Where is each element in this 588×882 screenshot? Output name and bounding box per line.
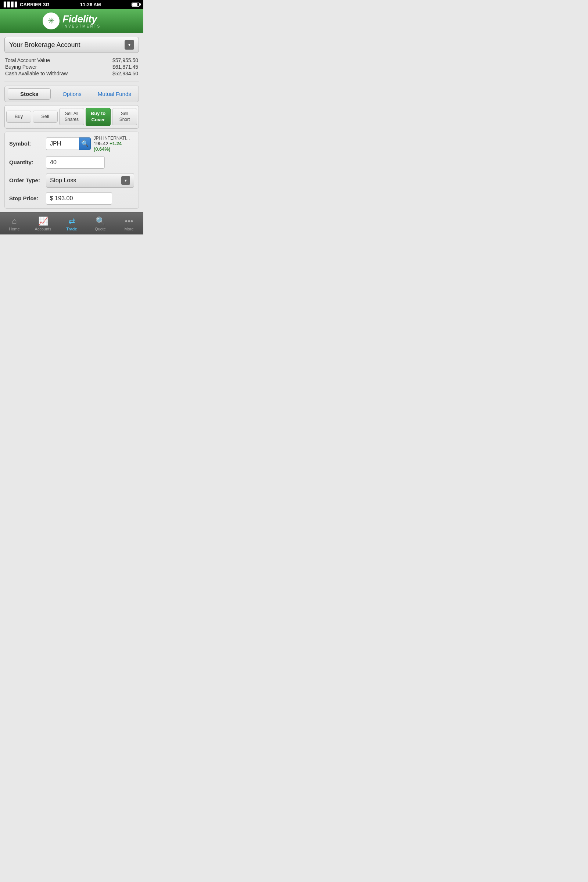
account-stats: Total Account Value $57,955.50 Buying Po…: [4, 56, 139, 78]
order-type-row: Order Type: Stop Loss ▾: [9, 173, 134, 188]
network-label: 3G: [43, 2, 49, 8]
trade-icon: ⇄: [68, 216, 75, 226]
logo-investments-text: INVESTMENTS: [63, 24, 101, 28]
account-dropdown-arrow[interactable]: ▾: [124, 40, 134, 50]
symbol-label: Symbol:: [9, 140, 42, 147]
account-selector[interactable]: Your Brokerage Account ▾: [4, 37, 139, 53]
stop-price-input[interactable]: [46, 192, 112, 205]
order-type-selector[interactable]: Stop Loss ▾: [46, 173, 134, 188]
trade-btn-sell-all[interactable]: Sell AllShares: [59, 108, 84, 125]
symbol-info: JPH INTERNATI... 195.42 +1.24 (0.64%): [94, 136, 134, 152]
asset-type-tabs: Stocks Options Mutual Funds: [4, 86, 139, 102]
nav-accounts-label: Accounts: [34, 227, 51, 231]
stop-price-label: Stop Price:: [9, 195, 42, 201]
app-header: ✳ Fidelity INVESTMENTS: [0, 9, 143, 33]
logo-container: ✳ Fidelity INVESTMENTS: [43, 12, 101, 29]
battery-icon: [132, 3, 140, 7]
total-account-value-row: Total Account Value $57,955.50: [5, 57, 138, 63]
stop-price-row: Stop Price:: [9, 192, 134, 205]
nav-quote-label: Quote: [95, 227, 106, 231]
trade-btn-sell[interactable]: Sell: [33, 111, 58, 123]
symbol-row: Symbol: 🔍 JPH INTERNATI... 195.42 +1.24 …: [9, 136, 134, 152]
nav-more[interactable]: ••• More: [115, 216, 143, 231]
tab-stocks[interactable]: Stocks: [8, 88, 51, 100]
buying-power-label: Buying Power: [5, 64, 37, 70]
cash-available-label: Cash Available to Withdraw: [5, 70, 68, 76]
carrier-label: CARRIER: [20, 2, 42, 8]
nav-home-label: Home: [9, 227, 20, 231]
nav-more-label: More: [124, 227, 134, 231]
symbol-company-name: JPH INTERNATI...: [94, 136, 134, 141]
total-account-value: $57,955.50: [112, 57, 138, 63]
trade-btn-buy-to-cover[interactable]: Buy toCover: [86, 108, 111, 126]
trade-form: Symbol: 🔍 JPH INTERNATI... 195.42 +1.24 …: [4, 132, 139, 209]
cash-available-value: $52,934.50: [112, 70, 138, 76]
trade-btn-sell-short[interactable]: SellShort: [112, 108, 137, 125]
status-bar: ▋▋▋▋ CARRIER 3G 11:26 AM: [0, 0, 143, 9]
buying-power-value: $61,871.45: [112, 64, 138, 70]
order-type-value: Stop Loss: [50, 177, 76, 184]
search-icon: 🔍: [81, 140, 88, 147]
logo-text-container: Fidelity INVESTMENTS: [63, 14, 101, 28]
main-content: Your Brokerage Account ▾ Total Account V…: [0, 33, 143, 212]
tab-mutual-funds[interactable]: Mutual Funds: [93, 88, 136, 99]
symbol-input[interactable]: [46, 138, 79, 150]
account-name: Your Brokerage Account: [9, 41, 80, 49]
symbol-price-value: 195.42: [94, 141, 108, 146]
more-icon: •••: [124, 216, 133, 226]
quantity-input[interactable]: [46, 156, 105, 169]
quote-icon: 🔍: [96, 216, 105, 226]
trade-action-buttons: Buy Sell Sell AllShares Buy toCover Sell…: [4, 105, 139, 129]
tab-options[interactable]: Options: [51, 88, 93, 99]
nav-trade-label: Trade: [66, 227, 77, 231]
symbol-price-display: 195.42 +1.24 (0.64%): [94, 141, 134, 152]
order-type-dropdown-arrow: ▾: [121, 176, 130, 185]
buying-power-row: Buying Power $61,871.45: [5, 64, 138, 70]
symbol-input-group: 🔍 JPH INTERNATI... 195.42 +1.24 (0.64%): [46, 136, 134, 152]
logo-emblem-icon: ✳: [48, 17, 54, 25]
quantity-label: Quantity:: [9, 159, 42, 165]
status-right: [132, 3, 140, 7]
bottom-navigation: ⌂ Home 📈 Accounts ⇄ Trade 🔍 Quote ••• Mo…: [0, 212, 143, 234]
cash-available-row: Cash Available to Withdraw $52,934.50: [5, 70, 138, 76]
nav-trade[interactable]: ⇄ Trade: [57, 216, 86, 231]
divider-1: [4, 82, 139, 82]
status-left: ▋▋▋▋ CARRIER 3G: [4, 2, 50, 8]
total-account-value-label: Total Account Value: [5, 57, 50, 63]
symbol-search-button[interactable]: 🔍: [79, 138, 91, 150]
quantity-row: Quantity:: [9, 156, 134, 169]
trade-btn-buy[interactable]: Buy: [6, 111, 31, 123]
nav-home[interactable]: ⌂ Home: [0, 216, 28, 231]
nav-quote[interactable]: 🔍 Quote: [86, 216, 115, 231]
logo-fidelity-text: Fidelity: [63, 14, 101, 24]
logo-circle: ✳: [43, 12, 60, 29]
order-type-label: Order Type:: [9, 177, 42, 183]
time-display: 11:26 AM: [80, 2, 101, 8]
signal-icon: ▋▋▋▋: [4, 2, 18, 8]
home-icon: ⌂: [12, 216, 16, 226]
accounts-icon: 📈: [38, 216, 48, 226]
nav-accounts[interactable]: 📈 Accounts: [28, 216, 57, 231]
